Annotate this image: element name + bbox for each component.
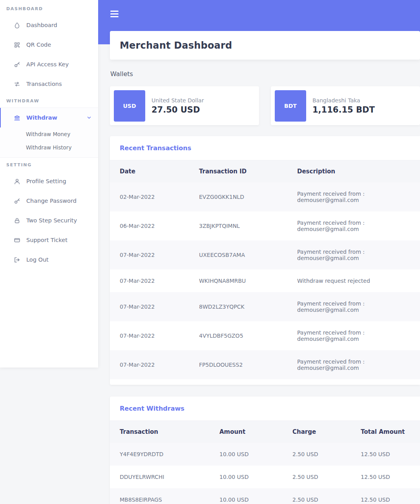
usd-badge: USD bbox=[114, 90, 145, 122]
card-header: Recent Withdraws bbox=[110, 397, 420, 421]
cell-transaction-id: 3ZBJKPTQIMNL bbox=[199, 211, 297, 240]
cell-date: 06-Mar-2022 bbox=[110, 211, 199, 240]
wallet-card-usd: USD United State Dollar 27.50 USD bbox=[110, 86, 259, 125]
cell-transaction-id: 4VYLDBF5GZO5 bbox=[199, 321, 297, 350]
content: Merchant Dashboard Wallets USD United St… bbox=[98, 31, 420, 504]
sidebar-item-label: Transactions bbox=[26, 81, 62, 87]
cell-total: 12.50 USD bbox=[361, 443, 420, 466]
cell-description: Payment received from : demouser@gmail.c… bbox=[297, 240, 420, 269]
transactions-table: Date Transaction ID Description 02-Mar-2… bbox=[110, 160, 420, 379]
table-row: 06-Mar-2022 3ZBJKPTQIMNL Payment receive… bbox=[110, 211, 420, 240]
sidebar-item-label: Support Ticket bbox=[26, 237, 68, 243]
sidebar-item-label: Dashboard bbox=[26, 22, 57, 28]
cell-date: 07-Mar-2022 bbox=[110, 269, 199, 292]
cell-transaction-id: WKIHQNA8MRBU bbox=[199, 269, 297, 292]
wallets-row: USD United State Dollar 27.50 USD BDT Ba… bbox=[110, 86, 420, 125]
col-header-transaction-id: Transaction ID bbox=[199, 160, 297, 182]
col-header-description: Description bbox=[297, 160, 420, 182]
cell-charge: 2.50 USD bbox=[292, 466, 361, 488]
exchange-icon bbox=[14, 81, 20, 87]
sidebar-item-qr-code[interactable]: QR Code bbox=[0, 35, 98, 55]
cell-total: 12.50 USD bbox=[361, 466, 420, 488]
key-icon bbox=[14, 61, 20, 68]
col-header-amount: Amount bbox=[219, 421, 292, 443]
wallet-balance: 1,116.15 BDT bbox=[312, 105, 375, 115]
sidebar-item-label: API Access Key bbox=[26, 61, 69, 67]
cell-amount: 10.00 USD bbox=[219, 466, 292, 488]
wallet-currency-name: Bangladeshi Taka bbox=[312, 97, 375, 104]
sidebar-column: DASHBOARD Dashboard QR Code API Access K… bbox=[0, 0, 98, 504]
col-header-date: Date bbox=[110, 160, 199, 182]
sidebar-item-label: Log Out bbox=[26, 257, 49, 263]
withdraws-table: Transaction Amount Charge Total Amount Y… bbox=[110, 421, 420, 504]
wallet-card-bdt: BDT Bangladeshi Taka 1,116.15 BDT bbox=[271, 86, 420, 125]
cell-transaction-id: UXEECOSB7AMA bbox=[199, 240, 297, 269]
cell-charge: 2.50 USD bbox=[292, 488, 361, 504]
page-header-card: Merchant Dashboard bbox=[110, 31, 420, 60]
main-area: Merchant Dashboard Wallets USD United St… bbox=[98, 0, 420, 504]
cell-transaction: MB8S8EIRPAGS bbox=[110, 488, 219, 504]
section-label-dashboard: DASHBOARD bbox=[0, 2, 98, 15]
cell-date: 07-Mar-2022 bbox=[110, 240, 199, 269]
wallet-info: Bangladeshi Taka 1,116.15 BDT bbox=[312, 97, 375, 115]
sidebar-item-withdraw[interactable]: Withdraw bbox=[0, 108, 98, 127]
table-row: Y4F4E9YDRDTD 10.00 USD 2.50 USD 12.50 US… bbox=[110, 443, 420, 466]
wallet-info: United State Dollar 27.50 USD bbox=[152, 97, 204, 115]
lock-icon bbox=[14, 217, 20, 224]
sidebar-item-api-access-key[interactable]: API Access Key bbox=[0, 55, 98, 74]
sidebar-item-withdraw-history[interactable]: Withdraw History bbox=[0, 141, 98, 154]
section-label-withdraw: WITHDRAW bbox=[0, 94, 98, 107]
sidebar-item-transactions[interactable]: Transactions bbox=[0, 74, 98, 94]
user-icon bbox=[14, 178, 20, 185]
section-label-setting: SETTING bbox=[0, 158, 98, 171]
table-row: MB8S8EIRPAGS 10.00 USD 2.50 USD 12.50 US… bbox=[110, 488, 420, 504]
cell-date: 07-Mar-2022 bbox=[110, 350, 199, 379]
page-title: Merchant Dashboard bbox=[120, 40, 232, 51]
cell-transaction-id: EVZG0GKK1NLD bbox=[199, 182, 297, 211]
cell-charge: 2.50 USD bbox=[292, 443, 361, 466]
table-row: DDUYELRWRCHI 10.00 USD 2.50 USD 12.50 US… bbox=[110, 466, 420, 488]
cell-description: Payment received from : demouser@gmail.c… bbox=[297, 211, 420, 240]
ticket-icon bbox=[14, 237, 20, 244]
bdt-badge: BDT bbox=[275, 90, 306, 122]
sidebar-item-label: Profile Setting bbox=[26, 178, 66, 184]
hamburger-icon[interactable] bbox=[110, 11, 119, 19]
bank-icon bbox=[14, 115, 20, 121]
sidebar-item-change-password[interactable]: Change Password bbox=[0, 191, 98, 211]
sidebar-item-support-ticket[interactable]: Support Ticket bbox=[0, 230, 98, 250]
sidebar-item-dashboard[interactable]: Dashboard bbox=[0, 15, 98, 35]
sidebar-item-label: Two Step Security bbox=[26, 217, 77, 224]
page: DASHBOARD Dashboard QR Code API Access K… bbox=[0, 0, 420, 504]
flame-icon bbox=[14, 22, 20, 29]
sidebar-item-label: Change Password bbox=[26, 198, 77, 204]
table-header-row: Transaction Amount Charge Total Amount bbox=[110, 421, 420, 443]
sidebar-item-log-out[interactable]: Log Out bbox=[0, 250, 98, 269]
withdraw-menu-group: Withdraw Withdraw Money Withdraw History bbox=[0, 107, 98, 158]
table-row: 07-Mar-2022 4VYLDBF5GZO5 Payment receive… bbox=[110, 321, 420, 350]
wallet-currency-name: United State Dollar bbox=[152, 97, 204, 104]
cell-transaction-id: 8WD2LZ3YQPCK bbox=[199, 292, 297, 321]
recent-transactions-card: Recent Transactions Date Transaction ID … bbox=[110, 136, 420, 385]
sidebar-item-two-step-security[interactable]: Two Step Security bbox=[0, 211, 98, 230]
cell-amount: 10.00 USD bbox=[219, 488, 292, 504]
key-icon bbox=[14, 198, 20, 204]
table-row: 07-Mar-2022 WKIHQNA8MRBU Withdraw reques… bbox=[110, 269, 420, 292]
wallets-section-title: Wallets bbox=[110, 70, 420, 78]
card-header: Recent Transactions bbox=[110, 136, 420, 160]
cell-date: 07-Mar-2022 bbox=[110, 321, 199, 350]
sidebar-item-withdraw-money[interactable]: Withdraw Money bbox=[0, 127, 98, 141]
cell-total: 12.50 USD bbox=[361, 488, 420, 504]
sidebar-item-label: Withdraw bbox=[26, 115, 57, 121]
recent-withdraws-card: Recent Withdraws Transaction Amount Char… bbox=[110, 397, 420, 504]
sidebar-item-profile-setting[interactable]: Profile Setting bbox=[0, 171, 98, 191]
qr-code-icon bbox=[14, 42, 20, 48]
cell-description: Withdraw request rejected bbox=[297, 269, 420, 292]
cell-description: Payment received from : demouser@gmail.c… bbox=[297, 321, 420, 350]
cell-description: Payment received from : demouser@gmail.c… bbox=[297, 182, 420, 211]
col-header-transaction: Transaction bbox=[110, 421, 219, 443]
col-header-charge: Charge bbox=[292, 421, 361, 443]
table-row: 07-Mar-2022 UXEECOSB7AMA Payment receive… bbox=[110, 240, 420, 269]
cell-transaction-id: FP5DLOOUESS2 bbox=[199, 350, 297, 379]
recent-withdraws-title: Recent Withdraws bbox=[120, 405, 410, 412]
table-row: 07-Mar-2022 8WD2LZ3YQPCK Payment receive… bbox=[110, 292, 420, 321]
